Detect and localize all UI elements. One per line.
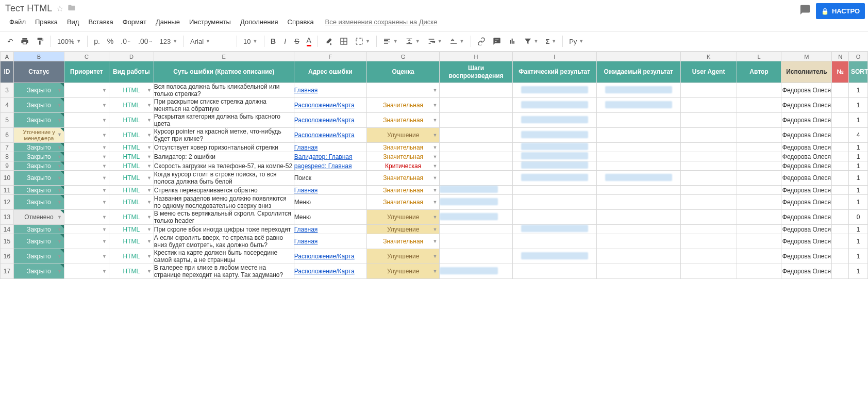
increase-decimal-button[interactable]: .00→: [135, 35, 155, 47]
description-cell[interactable]: Валидатор: 2 ошибки: [154, 152, 294, 161]
chevron-down-icon[interactable]: ▼: [102, 133, 107, 138]
header-actual[interactable]: Фактический результат: [512, 61, 596, 83]
steps-cell[interactable]: [440, 113, 512, 128]
author-cell[interactable]: [737, 225, 781, 234]
user-agent-cell[interactable]: [680, 161, 737, 171]
chevron-down-icon[interactable]: ▼: [57, 103, 62, 108]
executor-cell[interactable]: Федорова Олеся: [781, 143, 832, 152]
bold-icon[interactable]: B: [268, 35, 279, 47]
work-type-cell[interactable]: HTML▼: [109, 143, 154, 152]
num-cell[interactable]: [832, 225, 849, 234]
address-cell[interactable]: Главная: [294, 234, 366, 249]
chevron-down-icon[interactable]: ▼: [102, 145, 107, 150]
sort-cell[interactable]: 1: [848, 113, 867, 128]
num-cell[interactable]: [832, 143, 849, 152]
user-agent-cell[interactable]: [680, 171, 737, 186]
chevron-down-icon[interactable]: ▼: [57, 200, 62, 205]
actual-result-cell[interactable]: [512, 161, 596, 171]
chevron-down-icon[interactable]: ▼: [147, 239, 152, 244]
executor-cell[interactable]: Федорова Олеся: [781, 171, 832, 186]
num-cell[interactable]: [832, 161, 849, 171]
col-header[interactable]: B: [14, 52, 64, 61]
chevron-down-icon[interactable]: ▼: [147, 118, 152, 123]
assessment-cell[interactable]: Значительная▼: [366, 113, 439, 128]
executor-cell[interactable]: Федорова Олеся: [781, 225, 832, 234]
functions-dropdown[interactable]: Σ▼: [542, 36, 559, 47]
menu-data[interactable]: Данные: [152, 16, 184, 28]
num-cell[interactable]: [832, 83, 849, 98]
expected-result-cell[interactable]: [596, 171, 680, 186]
chevron-down-icon[interactable]: ▼: [432, 239, 437, 244]
chevron-down-icon[interactable]: ▼: [432, 215, 437, 220]
menu-tools[interactable]: Инструменты: [185, 16, 235, 28]
spreadsheet[interactable]: A B C D E F G H I K L M N O ID Статус Пр…: [0, 52, 868, 405]
assessment-cell[interactable]: Улучшение▼: [366, 128, 439, 143]
italic-icon[interactable]: I: [280, 35, 290, 47]
expected-result-cell[interactable]: [596, 186, 680, 195]
steps-cell[interactable]: [440, 128, 512, 143]
header-assessment[interactable]: Оценка: [366, 61, 439, 83]
more-formats-dropdown[interactable]: 123▼: [156, 36, 180, 47]
actual-result-cell[interactable]: [512, 249, 596, 264]
col-header[interactable]: M: [781, 52, 832, 61]
priority-cell[interactable]: ▼: [64, 186, 109, 195]
font-size-dropdown[interactable]: 10▼: [240, 36, 261, 47]
col-header[interactable]: D: [109, 52, 154, 61]
work-type-cell[interactable]: HTML▼: [109, 83, 154, 98]
chevron-down-icon[interactable]: ▼: [147, 145, 152, 150]
actual-result-cell[interactable]: [512, 152, 596, 161]
address-cell[interactable]: Расположение/Карта: [294, 264, 366, 279]
description-cell[interactable]: Вся полоса должна быть кликабельной или …: [154, 83, 294, 98]
row-number[interactable]: 9: [1, 161, 14, 171]
executor-cell[interactable]: Федорова Олеся: [781, 83, 832, 98]
expected-result-cell[interactable]: [596, 195, 680, 210]
author-cell[interactable]: [737, 171, 781, 186]
priority-cell[interactable]: ▼: [64, 113, 109, 128]
assessment-cell[interactable]: Улучшение▼: [366, 249, 439, 264]
sort-cell[interactable]: 1: [848, 234, 867, 249]
chevron-down-icon[interactable]: ▼: [147, 215, 152, 220]
user-agent-cell[interactable]: [680, 83, 737, 98]
priority-cell[interactable]: ▼: [64, 98, 109, 113]
address-cell[interactable]: Главная: [294, 186, 366, 195]
assessment-cell[interactable]: Значительная▼: [366, 152, 439, 161]
chevron-down-icon[interactable]: ▼: [147, 269, 152, 274]
chevron-down-icon[interactable]: ▼: [432, 88, 437, 93]
menu-format[interactable]: Формат: [119, 16, 151, 28]
num-cell[interactable]: [832, 234, 849, 249]
row-number[interactable]: 16: [1, 249, 14, 264]
priority-cell[interactable]: ▼: [64, 264, 109, 279]
executor-cell[interactable]: Федорова Олеся: [781, 234, 832, 249]
user-agent-cell[interactable]: [680, 128, 737, 143]
row-number[interactable]: 7: [1, 143, 14, 152]
chevron-down-icon[interactable]: ▼: [57, 118, 62, 123]
description-cell[interactable]: А если скролить вверх, то стрелка всё ра…: [154, 234, 294, 249]
menu-file[interactable]: Файл: [5, 16, 30, 28]
address-cell[interactable]: Расположение/Карта: [294, 128, 366, 143]
priority-cell[interactable]: ▼: [64, 210, 109, 225]
description-cell[interactable]: В меню есть вертикальный скролл. Скролли…: [154, 210, 294, 225]
row-number[interactable]: 6: [1, 128, 14, 143]
priority-cell[interactable]: ▼: [64, 83, 109, 98]
priority-cell[interactable]: ▼: [64, 143, 109, 152]
priority-cell[interactable]: ▼: [64, 128, 109, 143]
chevron-down-icon[interactable]: ▼: [432, 163, 437, 169]
row-number[interactable]: 8: [1, 152, 14, 161]
address-cell[interactable]: Меню: [294, 195, 366, 210]
user-agent-cell[interactable]: [680, 210, 737, 225]
row-number[interactable]: 15: [1, 234, 14, 249]
num-cell[interactable]: [832, 171, 849, 186]
chevron-down-icon[interactable]: ▼: [432, 133, 437, 138]
col-header[interactable]: F: [294, 52, 366, 61]
author-cell[interactable]: [737, 83, 781, 98]
steps-cell[interactable]: [440, 161, 512, 171]
chevron-down-icon[interactable]: ▼: [57, 215, 62, 220]
user-agent-cell[interactable]: [680, 143, 737, 152]
input-tools-dropdown[interactable]: Ру▼: [566, 36, 587, 47]
row-number[interactable]: 13: [1, 210, 14, 225]
chevron-down-icon[interactable]: ▼: [57, 188, 62, 193]
expected-result-cell[interactable]: [596, 210, 680, 225]
work-type-cell[interactable]: HTML▼: [109, 98, 154, 113]
description-cell[interactable]: Стрелка переворачивается обратно: [154, 186, 294, 195]
chevron-down-icon[interactable]: ▼: [57, 227, 62, 232]
